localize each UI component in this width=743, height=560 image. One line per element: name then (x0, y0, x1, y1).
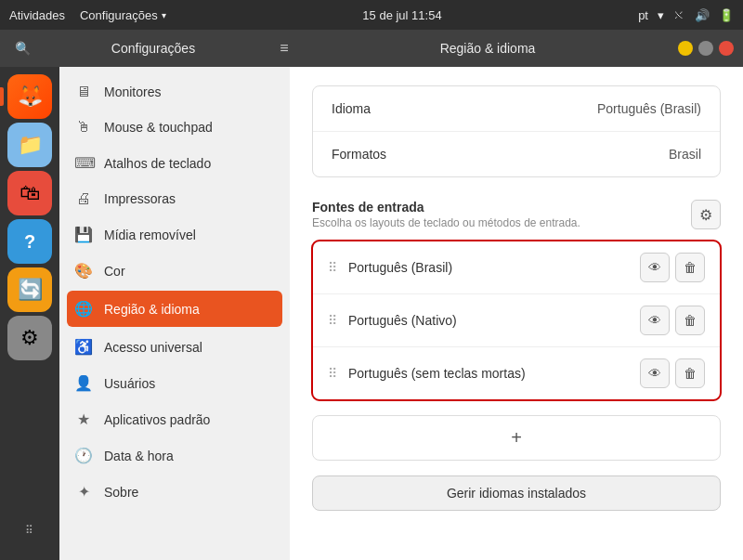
sidebar-item-about[interactable]: ✦ Sobre (59, 474, 290, 510)
users-icon: 👤 (74, 374, 93, 392)
window-bar: 🔍 Configurações ≡ Região & idioma − □ × (0, 30, 743, 67)
monitor-icon: 🖥 (74, 84, 93, 100)
input-source-name-3: Português (sem teclas mortas) (348, 366, 634, 381)
sidebar-item-mouse[interactable]: 🖱 Mouse & touchpad (59, 110, 290, 145)
keyboard-icon: ⌨ (74, 154, 93, 172)
sidebar: 🖥 Monitores 🖱 Mouse & touchpad ⌨ Atalhos… (59, 67, 290, 560)
datetime-icon: 🕐 (74, 447, 93, 464)
sidebar-item-printers[interactable]: 🖨 Impressoras (59, 181, 290, 216)
sidebar-label-datetime: Data & hora (104, 449, 174, 463)
formats-row[interactable]: Formatos Brasil (313, 132, 720, 176)
dock-apps-grid[interactable]: ⠿ (7, 508, 52, 553)
input-source-name-1: Português (Brasil) (348, 260, 634, 275)
sidebar-item-color[interactable]: 🎨 Cor (59, 253, 290, 289)
language-value: Português (Brasil) (597, 101, 701, 116)
sidebar-label-users: Usuários (104, 376, 155, 391)
dock-item-store[interactable]: 🛍 (7, 171, 52, 215)
add-icon: + (511, 427, 522, 449)
preview-button-3[interactable]: 👁 (640, 358, 670, 388)
app-menu[interactable]: Configurações ▾ (80, 8, 166, 22)
drag-handle-3[interactable]: ⠿ (328, 366, 337, 381)
sidebar-item-default-apps[interactable]: ★ Aplicativos padrão (59, 401, 290, 437)
sidebar-item-datetime[interactable]: 🕐 Data & hora (59, 437, 290, 474)
sidebar-item-region[interactable]: 🌐 Região & idioma (67, 291, 282, 327)
network-icon[interactable]: ⛌ (673, 8, 685, 22)
sidebar-label-monitors: Monitores (104, 85, 161, 99)
drag-handle-2[interactable]: ⠿ (328, 313, 337, 328)
drag-handle-1[interactable]: ⠿ (328, 260, 337, 275)
sidebar-label-accessibility: Acesso universal (104, 340, 202, 355)
sidebar-label-keyboard: Atalhos de teclado (104, 156, 211, 171)
region-icon: 🌐 (74, 300, 93, 318)
mouse-icon: 🖱 (74, 119, 93, 136)
formats-label: Formatos (332, 147, 386, 162)
sidebar-label-color: Cor (104, 264, 125, 279)
sidebar-label-removable: Mídia removível (104, 228, 196, 242)
dock-item-help[interactable]: ? (7, 219, 52, 264)
delete-button-3[interactable]: 🗑 (675, 358, 705, 388)
content-area: Idioma Português (Brasil) Formatos Brasi… (290, 67, 743, 560)
language-label: Idioma (332, 101, 371, 116)
sidebar-item-removable[interactable]: 💾 Mídia removível (59, 216, 290, 253)
preview-button-2[interactable]: 👁 (640, 306, 670, 335)
dock-item-updates[interactable]: 🔄 (7, 267, 52, 312)
app-menu-chevron: ▾ (162, 10, 166, 20)
main-layout: 🦊 📁 🛍 ? 🔄 ⚙ ⠿ 🖥 Monitores 🖱 Mouse & touc… (0, 67, 743, 560)
add-source-button[interactable]: + (312, 415, 721, 461)
sidebar-label-region: Região & idioma (104, 302, 200, 317)
search-button[interactable]: 🔍 (9, 35, 35, 61)
window-center-title: Região & idioma (297, 41, 678, 56)
delete-button-1[interactable]: 🗑 (675, 253, 705, 282)
color-icon: 🎨 (74, 262, 93, 280)
minimize-button[interactable]: − (678, 41, 693, 56)
top-bar: Atividades Configurações ▾ 15 de jul 11:… (0, 0, 743, 30)
accessibility-icon: ♿ (74, 338, 93, 356)
sound-icon[interactable]: 🔊 (695, 8, 710, 22)
sidebar-label-mouse: Mouse & touchpad (104, 120, 213, 135)
sidebar-label-printers: Impressoras (104, 191, 176, 206)
delete-button-2[interactable]: 🗑 (675, 306, 705, 335)
language-formats-card: Idioma Português (Brasil) Formatos Brasi… (312, 85, 721, 177)
lang-chevron: ▾ (658, 8, 664, 22)
activities-button[interactable]: Atividades (9, 8, 65, 22)
preview-button-1[interactable]: 👁 (640, 253, 670, 282)
input-sources-title: Fontes de entrada (312, 200, 580, 215)
formats-value: Brasil (669, 147, 701, 162)
input-sources-gear-button[interactable]: ⚙ (691, 200, 721, 229)
default-apps-icon: ★ (74, 410, 93, 428)
removable-icon: 💾 (74, 226, 93, 243)
datetime-display: 15 de jul 11:54 (362, 8, 441, 22)
input-source-row-1: ⠿ Português (Brasil) 👁 🗑 (313, 241, 720, 294)
sidebar-item-users[interactable]: 👤 Usuários (59, 365, 290, 401)
window-bar-left: 🔍 Configurações ≡ (9, 35, 297, 61)
input-sources-list: ⠿ Português (Brasil) 👁 🗑 ⠿ Português (Na… (312, 241, 721, 400)
dock: 🦊 📁 🛍 ? 🔄 ⚙ ⠿ (0, 67, 59, 560)
input-source-row-3: ⠿ Português (sem teclas mortas) 👁 🗑 (313, 347, 720, 399)
input-source-row-2: ⠿ Português (Nativo) 👁 🗑 (313, 294, 720, 347)
dock-item-files[interactable]: 📁 (7, 123, 52, 167)
dock-item-settings[interactable]: ⚙ (7, 316, 52, 360)
sidebar-item-keyboard[interactable]: ⌨ Atalhos de teclado (59, 145, 290, 181)
battery-icon: 🔋 (719, 8, 734, 22)
close-button[interactable]: × (719, 41, 734, 56)
about-icon: ✦ (74, 483, 93, 501)
maximize-button[interactable]: □ (698, 41, 713, 56)
menu-button[interactable]: ≡ (271, 35, 297, 61)
dock-item-firefox[interactable]: 🦊 (7, 74, 52, 119)
manage-languages-button[interactable]: Gerir idiomas instalados (312, 475, 721, 511)
sidebar-label-default-apps: Aplicativos padrão (104, 412, 210, 427)
window-controls: − □ × (678, 41, 734, 56)
window-left-title: Configurações (43, 41, 264, 56)
sidebar-item-accessibility[interactable]: ♿ Acesso universal (59, 329, 290, 365)
input-sources-header: Fontes de entrada Escolha os layouts de … (312, 200, 721, 229)
language-indicator[interactable]: pt (638, 8, 648, 22)
input-source-name-2: Português (Nativo) (348, 313, 634, 328)
sidebar-item-monitors[interactable]: 🖥 Monitores (59, 74, 290, 110)
printer-icon: 🖨 (74, 190, 93, 207)
language-row[interactable]: Idioma Português (Brasil) (313, 86, 720, 132)
sidebar-label-about: Sobre (104, 485, 138, 500)
input-sources-subtitle: Escolha os layouts de teclado ou métodos… (312, 216, 580, 229)
